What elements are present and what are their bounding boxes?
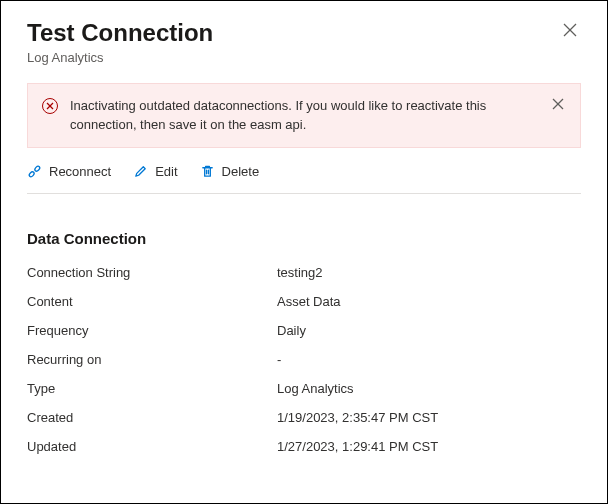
label-content: Content (27, 294, 277, 309)
svg-point-6 (28, 171, 35, 178)
svg-point-7 (34, 165, 41, 172)
edit-icon (133, 164, 148, 179)
value-connection-string: testing2 (277, 265, 581, 280)
value-created: 1/19/2023, 2:35:47 PM CST (277, 410, 581, 425)
value-type: Log Analytics (277, 381, 581, 396)
label-type: Type (27, 381, 277, 396)
toolbar: Reconnect Edit Delete (27, 162, 581, 194)
value-frequency: Daily (277, 323, 581, 338)
close-button[interactable] (559, 19, 581, 44)
panel-header: Test Connection Log Analytics (27, 19, 581, 65)
value-content: Asset Data (277, 294, 581, 309)
dismiss-alert-button[interactable] (550, 96, 566, 115)
error-icon (42, 98, 58, 114)
delete-label: Delete (222, 164, 260, 179)
close-icon (552, 98, 564, 113)
reconnect-label: Reconnect (49, 164, 111, 179)
page-title: Test Connection (27, 19, 559, 48)
label-updated: Updated (27, 439, 277, 454)
alert-message: Inactivating outdated dataconnections. I… (70, 96, 538, 135)
edit-button[interactable]: Edit (133, 162, 177, 181)
title-block: Test Connection Log Analytics (27, 19, 559, 65)
label-connection-string: Connection String (27, 265, 277, 280)
reconnect-button[interactable]: Reconnect (27, 162, 111, 181)
properties-grid: Connection String testing2 Content Asset… (27, 265, 581, 454)
label-frequency: Frequency (27, 323, 277, 338)
value-updated: 1/27/2023, 1:29:41 PM CST (277, 439, 581, 454)
page-subtitle: Log Analytics (27, 50, 559, 65)
delete-icon (200, 164, 215, 179)
reconnect-icon (27, 164, 42, 179)
connection-panel: Test Connection Log Analytics Inactivati… (0, 0, 608, 504)
section-title: Data Connection (27, 230, 581, 247)
label-recurring-on: Recurring on (27, 352, 277, 367)
edit-label: Edit (155, 164, 177, 179)
error-alert: Inactivating outdated dataconnections. I… (27, 83, 581, 148)
value-recurring-on: - (277, 352, 581, 367)
delete-button[interactable]: Delete (200, 162, 260, 181)
close-icon (563, 23, 577, 40)
label-created: Created (27, 410, 277, 425)
